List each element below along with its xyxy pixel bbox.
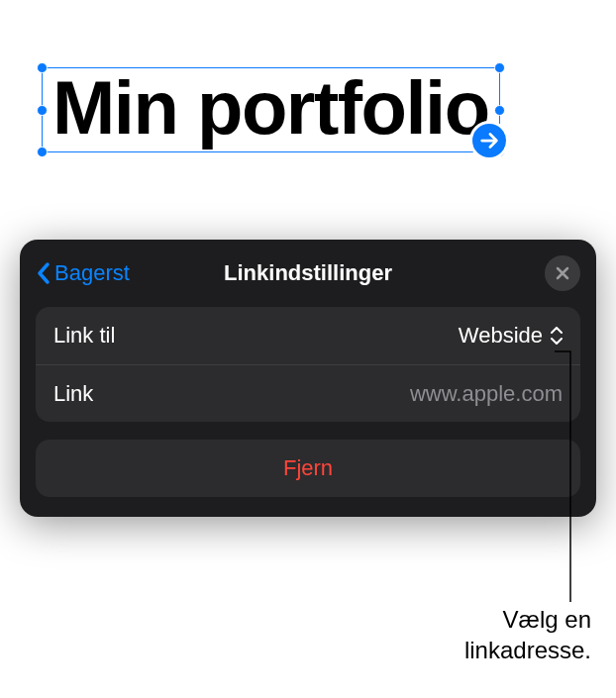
link-settings-popover: Bagerst Linkindstillinger Link til Websi…: [20, 240, 596, 517]
link-to-row[interactable]: Link til Webside: [36, 307, 580, 364]
callout-line-2: linkadresse.: [464, 635, 591, 665]
popover-header: Bagerst Linkindstillinger: [36, 255, 580, 291]
link-badge-icon[interactable]: [469, 121, 509, 160]
callout-line-1: Vælg en: [464, 604, 591, 635]
close-button[interactable]: [545, 255, 580, 291]
canvas-area: Min portfolio: [0, 0, 616, 182]
back-button[interactable]: Bagerst: [36, 260, 130, 286]
resize-handle-sw[interactable]: [37, 147, 48, 157]
close-icon: [556, 266, 569, 280]
link-to-label: Link til: [53, 323, 115, 349]
callout-text: Vælg en linkadresse.: [464, 604, 591, 665]
link-url-row[interactable]: Link www.apple.com: [36, 364, 580, 422]
title-text: Min portfolio: [52, 68, 489, 148]
link-to-value: Webside: [459, 323, 563, 349]
dropdown-indicator-icon: [551, 327, 563, 345]
back-button-label: Bagerst: [54, 260, 130, 286]
selected-text-frame[interactable]: Min portfolio: [42, 67, 500, 152]
remove-button-label: Fjern: [283, 455, 333, 480]
resize-handle-ne[interactable]: [494, 62, 505, 73]
link-url-label: Link: [53, 381, 93, 407]
resize-handle-w[interactable]: [37, 105, 48, 116]
resize-handle-e[interactable]: [494, 105, 505, 116]
link-to-value-text: Webside: [459, 323, 543, 349]
chevron-left-icon: [36, 261, 51, 285]
resize-handle-nw[interactable]: [37, 62, 48, 73]
link-url-placeholder: www.apple.com: [410, 381, 563, 407]
remove-button[interactable]: Fjern: [36, 440, 580, 497]
settings-group: Link til Webside Link www.apple.com: [36, 307, 580, 422]
